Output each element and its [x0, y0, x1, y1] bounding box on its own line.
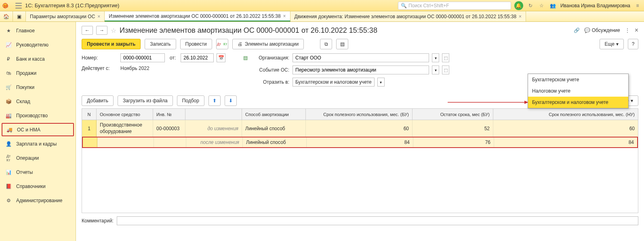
write-button[interactable]: Записать	[145, 39, 176, 49]
move-down-button[interactable]: ⬇	[225, 95, 237, 106]
comment-input[interactable]	[117, 216, 638, 225]
structure-button[interactable]: ⧉	[320, 39, 332, 49]
col-rem[interactable]: Остаток срока, мес (БУ)	[412, 109, 493, 120]
sidebar-item-reports[interactable]: 📊Отчеты	[0, 165, 76, 179]
post-button[interactable]: Провести	[180, 39, 212, 49]
number-input[interactable]	[120, 53, 165, 62]
org-input[interactable]	[293, 53, 429, 62]
popup-option-nu[interactable]: Налоговом учете	[528, 85, 628, 97]
add-button[interactable]: Добавить	[82, 95, 114, 106]
from-label: от:	[170, 55, 176, 61]
sidebar-item-stock[interactable]: 📦Склад	[0, 94, 76, 108]
dropdown-button[interactable]: ▾	[377, 78, 385, 87]
settings-icon[interactable]: ≡	[633, 2, 642, 10]
sidebar-item-sales[interactable]: 🛍Продажи	[0, 66, 76, 80]
sidebar-item-manager[interactable]: 📈Руководителю	[0, 38, 76, 52]
back-button[interactable]: ←	[82, 26, 93, 35]
link-icon[interactable]: 🔗	[573, 26, 581, 34]
col-os[interactable]: Основное средство	[97, 109, 153, 120]
users-icon[interactable]: 👥	[549, 2, 557, 10]
date-input[interactable]	[181, 53, 214, 62]
forward-button[interactable]: →	[96, 26, 107, 35]
search-input[interactable]: 🔍 Поиск Ctrl+Shift+F	[398, 2, 511, 10]
menu-icon[interactable]	[15, 3, 22, 8]
sidebar-item-purchases[interactable]: 🛒Покупки	[0, 80, 76, 94]
chart-icon: 📈	[5, 42, 12, 48]
event-label: Событие ОС:	[254, 67, 289, 73]
dtkt-button[interactable]: ДтКт	[216, 39, 228, 49]
table-row-after[interactable]: после изменения Линейный способ 84 76 84	[82, 137, 638, 148]
comment-row: Комментарий:	[82, 216, 638, 225]
cart-icon: 🛍	[5, 70, 12, 76]
sidebar-item-main[interactable]: ★Главное	[0, 23, 76, 38]
truck-icon: 🚚	[6, 127, 13, 133]
calendar-button[interactable]: 📅	[217, 53, 225, 62]
grid: N Основное средство Инв. № Способ аморти…	[82, 108, 638, 213]
sidebar-item-production[interactable]: 🏭Производство	[0, 108, 76, 123]
open-button[interactable]: ⬚	[442, 53, 449, 62]
more-button[interactable]: Еще ▾	[600, 39, 624, 49]
history-icon[interactable]: ↻	[526, 2, 535, 10]
svg-text:1С: 1С	[4, 4, 8, 8]
gear-icon: ⚙	[5, 198, 12, 203]
sidebar-item-admin[interactable]: ⚙Администрирование	[0, 193, 76, 207]
reflect-label: Отразить в:	[254, 79, 289, 85]
post-close-button[interactable]: Провести и закрыть	[82, 39, 141, 49]
chevron-down-icon: ▾	[616, 41, 619, 47]
bell-icon[interactable]: 🔔	[514, 1, 523, 10]
org-label: Организация:	[254, 55, 289, 61]
tab-change[interactable]: Изменение элементов амортизации ОС 0000-…	[105, 11, 290, 21]
windows-tab[interactable]: ▣	[13, 11, 26, 21]
close-icon[interactable]: ×	[283, 13, 286, 19]
sidebar-item-catalogs[interactable]: 📕Справочники	[0, 179, 76, 193]
book-icon: 📕	[5, 184, 12, 189]
pick-button[interactable]: Подбор	[177, 95, 204, 106]
col-method[interactable]: Способ амортизации	[242, 109, 306, 120]
title-bar: 1С 1С: Бухгалтерия 8.3 (1С:Предприятие) …	[0, 0, 644, 11]
main-area: ← → ☆ Изменение элементов амортизации ОС…	[76, 22, 644, 241]
logo-1c: 1С	[2, 2, 12, 9]
col-n[interactable]: N	[82, 109, 97, 120]
print-elements-button[interactable]: 🖨Элементы амортизации	[232, 39, 304, 49]
event-input[interactable]	[293, 66, 429, 74]
tab-params[interactable]: Параметры амортизации ОС×	[26, 11, 105, 21]
close-button[interactable]: ×	[635, 27, 638, 34]
star-icon[interactable]: ☆	[538, 2, 546, 10]
valid-value: Ноябрь 2022	[120, 66, 149, 71]
sidebar-item-operations[interactable]: ДтКтОперации	[0, 151, 76, 165]
discuss-button[interactable]: 💬Обсуждение	[584, 27, 620, 33]
valid-label: Действует с:	[82, 66, 117, 71]
home-tab[interactable]: 🏠	[0, 11, 13, 21]
dtkt-icon: ДтКт	[5, 154, 12, 162]
more-icon[interactable]: ⋮	[623, 26, 631, 34]
popup-option-bunu[interactable]: Бухгалтерском и налоговом учете	[528, 97, 628, 108]
dropdown-button[interactable]: ▾	[432, 53, 439, 62]
open-button[interactable]: ⬚	[442, 66, 449, 74]
sidebar-item-salary[interactable]: 👤Зарплата и кадры	[0, 137, 76, 151]
col-change	[185, 109, 242, 120]
help-button[interactable]: ?	[628, 39, 638, 49]
move-up-button[interactable]: ⬆	[208, 95, 221, 106]
col-bu[interactable]: Срок полезного использования, мес. (БУ)	[306, 109, 412, 120]
chevron-down-icon: ▾	[631, 98, 633, 104]
popup-option-bu[interactable]: Бухгалтерском учете	[528, 74, 628, 85]
user-name[interactable]: Иванова Ирина Владимировна	[560, 3, 630, 8]
dropdown-button[interactable]: ▾	[432, 66, 439, 74]
toolbar: Провести и закрыть Записать Провести ДтК…	[82, 39, 638, 49]
print-icon: 🖨	[238, 41, 242, 47]
search-icon: 🔍	[401, 3, 407, 8]
sidebar-item-os-nma[interactable]: 🚚ОС и НМА	[2, 123, 74, 136]
list-button[interactable]: ▤	[336, 39, 348, 49]
tab-movements[interactable]: Движения документа: Изменение элементов …	[290, 11, 526, 21]
person-icon: 👤	[5, 141, 12, 147]
col-nu[interactable]: Срок полезного использования, мес. (НУ)	[493, 109, 638, 120]
table-row-before[interactable]: 1 Производственное оборудование 00-00000…	[82, 120, 638, 137]
load-button[interactable]: Загрузить из файла	[118, 95, 173, 106]
sidebar-item-bank[interactable]: ₽Банк и касса	[0, 52, 76, 66]
close-icon[interactable]: ×	[519, 14, 522, 19]
close-icon[interactable]: ×	[97, 14, 100, 19]
sidebar: ★Главное 📈Руководителю ₽Банк и касса 🛍Пр…	[0, 22, 76, 241]
reflect-select[interactable]: Бухгалтерском и налоговом учете	[293, 78, 375, 87]
favorite-icon[interactable]: ☆	[111, 27, 116, 34]
col-inv[interactable]: Инв. №	[153, 109, 185, 120]
